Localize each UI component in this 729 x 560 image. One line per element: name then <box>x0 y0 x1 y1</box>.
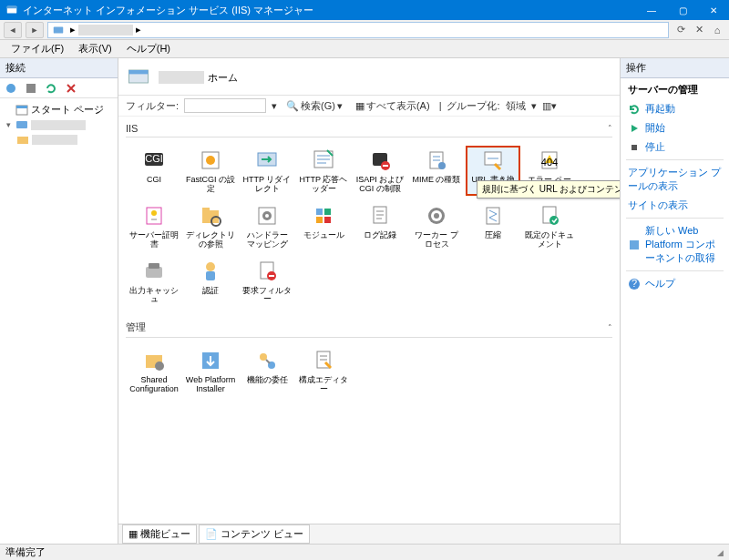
server-icon <box>52 24 65 36</box>
refresh-icon[interactable]: ⟳ <box>673 22 689 38</box>
breadcrumb-sep: ▸ <box>133 24 144 36</box>
close-button[interactable]: ✕ <box>698 0 729 20</box>
feature-http-response-headers[interactable]: HTTP 応答ヘッダー <box>296 146 351 196</box>
feature-directory-browsing[interactable]: ディレクトリの参照 <box>183 201 238 251</box>
tree-server-node[interactable]: ▾ <box>2 117 116 132</box>
configuration-editor-icon <box>311 348 336 373</box>
fastcgi-settings-icon <box>198 148 223 173</box>
feature-authentication[interactable]: 認証 <box>183 257 238 307</box>
stop-icon[interactable]: ✕ <box>691 22 707 38</box>
delete-icon[interactable] <box>64 81 78 96</box>
view-mode-icon[interactable]: ▥▾ <box>542 100 557 112</box>
actions-header: 操作 <box>621 58 729 78</box>
feature-server-certificates[interactable]: サーバー証明書 <box>127 201 181 251</box>
action-help[interactable]: ? ヘルプ <box>621 274 729 293</box>
resize-grip[interactable]: ◢ <box>717 548 724 557</box>
server-node-icon <box>15 118 28 131</box>
feature-worker-processes[interactable]: ワーカー プロセス <box>409 201 464 251</box>
svg-rect-44 <box>149 263 159 269</box>
show-all-button[interactable]: ▦すべて表示(A) <box>352 99 434 113</box>
feature-output-caching[interactable]: 出力キャッシュ <box>127 257 181 307</box>
default-document-icon <box>537 203 562 229</box>
feature-request-filtering[interactable]: 要求フィルター <box>240 257 294 307</box>
filter-label: フィルター: <box>126 99 179 113</box>
breadcrumb-server[interactable] <box>78 25 133 36</box>
feature-configuration-editor[interactable]: 構成エディター <box>296 346 351 396</box>
action-view-sites[interactable]: サイトの表示 <box>621 196 729 215</box>
svg-text:CGI: CGI <box>145 153 163 164</box>
group-by-value[interactable]: 領域 <box>506 99 526 113</box>
action-stop[interactable]: 停止 <box>621 137 729 157</box>
menu-view[interactable]: 表示(V) <box>71 42 119 56</box>
action-view-app-pools[interactable]: アプリケーション プールの表示 <box>621 163 729 196</box>
connections-header: 接続 <box>0 58 118 78</box>
window-titlebar: インターネット インフォメーション サービス (IIS) マネージャー — ▢ … <box>0 0 729 20</box>
svg-text:404: 404 <box>541 157 558 168</box>
minimize-button[interactable]: — <box>636 0 667 20</box>
feature-url-rewrite[interactable]: URL 書き換え規則に基づく URL およびコンテンツの書き換え機能を提供します… <box>466 146 520 196</box>
tab-content-view[interactable]: 📄 コンテンツ ビュー <box>199 524 310 544</box>
action-get-wpc[interactable]: 新しい Web Platform コンポーネントの取得 <box>621 221 729 268</box>
feature-logging[interactable]: ログ記録 <box>353 201 407 251</box>
worker-processes-icon <box>424 203 449 229</box>
feature-fastcgi-settings[interactable]: FastCGI の設定 <box>183 146 238 196</box>
svg-point-25 <box>151 210 157 216</box>
tree-child-node[interactable] <box>15 132 116 147</box>
modules-icon <box>311 203 336 229</box>
compression-icon <box>480 203 506 229</box>
feature-modules[interactable]: モジュール <box>296 201 351 251</box>
feature-label: 出力キャッシュ <box>128 287 180 305</box>
feature-cgi[interactable]: CGICGI <box>127 146 181 196</box>
back-button[interactable]: ◄ <box>4 22 22 38</box>
feature-compression[interactable]: 圧縮 <box>466 201 520 251</box>
collapse-icon[interactable]: ˄ <box>608 323 612 332</box>
section-mgmt-header[interactable]: 管理 ˄ <box>126 318 612 338</box>
tab-features-view[interactable]: ▦ 機能ビュー <box>122 524 197 544</box>
feature-http-redirect[interactable]: HTTP リダイレクト <box>240 146 294 196</box>
svg-rect-34 <box>316 217 323 223</box>
svg-point-42 <box>549 216 559 225</box>
feature-label: ワーカー プロセス <box>411 231 462 249</box>
collapse-icon[interactable]: ˄ <box>608 124 612 133</box>
feature-delegation-icon <box>254 348 280 373</box>
home-icon[interactable]: ⌂ <box>709 22 725 38</box>
server-certificates-icon <box>141 203 167 229</box>
refresh-tree-icon[interactable] <box>44 81 58 96</box>
search-button[interactable]: 🔍検索(G) ▾ <box>282 99 346 113</box>
mime-types-icon <box>424 148 449 173</box>
cgi-icon: CGI <box>141 148 167 173</box>
feature-handler-mappings[interactable]: ハンドラー マッピング <box>240 201 294 251</box>
svg-rect-46 <box>206 271 215 280</box>
feature-feature-delegation[interactable]: 機能の委任 <box>240 346 294 396</box>
expand-icon[interactable]: ▾ <box>4 120 13 129</box>
action-start[interactable]: 開始 <box>621 118 729 137</box>
svg-point-14 <box>206 156 215 165</box>
feature-label: 機能の委任 <box>247 376 288 385</box>
filter-bar: フィルター: ▾ 🔍検索(G) ▾ ▦すべて表示(A) | グループ化: 領域 … <box>118 96 620 117</box>
tree-start-page[interactable]: スタート ページ <box>2 102 116 117</box>
forward-button[interactable]: ► <box>26 22 44 38</box>
status-text: 準備完了 <box>5 545 46 559</box>
menu-file[interactable]: ファイル(F) <box>4 42 71 56</box>
feature-mime-types[interactable]: MIME の種類 <box>409 146 464 196</box>
server-home-icon <box>126 64 151 89</box>
svg-rect-8 <box>17 137 28 144</box>
svg-rect-33 <box>324 209 331 215</box>
start-icon <box>628 122 641 135</box>
save-icon[interactable] <box>24 81 38 96</box>
menu-help[interactable]: ヘルプ(H) <box>119 42 178 56</box>
svg-rect-55 <box>631 145 637 150</box>
http-response-headers-icon <box>311 148 336 173</box>
section-iis-header[interactable]: IIS ˄ <box>126 120 612 137</box>
action-restart[interactable]: 再起動 <box>621 99 729 118</box>
feature-default-document[interactable]: 既定のドキュメント <box>522 201 577 251</box>
connect-icon[interactable] <box>4 81 18 96</box>
maximize-button[interactable]: ▢ <box>667 0 698 20</box>
feature-shared-configuration[interactable]: Shared Configuration <box>127 346 181 396</box>
tooltip: 規則に基づく URL およびコンテンツの書き換え機能を提供します。 <box>477 180 620 199</box>
feature-label: ISAPI および CGI の制限 <box>354 176 406 194</box>
breadcrumb[interactable]: ▸ ▸ <box>47 22 669 38</box>
filter-input[interactable] <box>184 98 266 113</box>
feature-web-platform-installer[interactable]: Web Platform Installer <box>183 346 238 396</box>
feature-isapi-cgi-restrictions[interactable]: ISAPI および CGI の制限 <box>353 146 407 196</box>
